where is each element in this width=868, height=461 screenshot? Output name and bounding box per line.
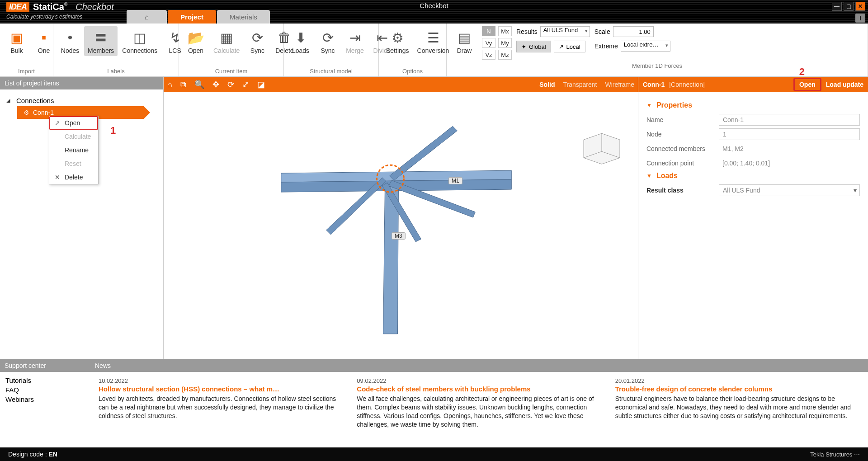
ctx-calculate[interactable]: Calculate: [49, 130, 98, 143]
title-bar: IDEA StatiCa® Checkbot Calculate yesterd…: [0, 0, 868, 24]
force-mz[interactable]: Mz: [498, 50, 512, 60]
force-mx[interactable]: Mx: [498, 26, 512, 36]
loads-resultclass-dropdown[interactable]: All ULS Fund: [719, 184, 860, 196]
right-panel-header: Conn-1 [Connection] Open Load update 2: [638, 77, 868, 92]
results-dropdown[interactable]: All ULS Fund: [540, 26, 590, 37]
group-structural-label: Structural model: [284, 68, 378, 76]
labels-members-button[interactable]: 〓Members: [84, 26, 118, 56]
link-tutorials[interactable]: Tutorials: [5, 376, 85, 384]
mode-transparent[interactable]: Transparent: [563, 81, 597, 88]
brand-text: StatiCa®: [33, 2, 67, 12]
rp-title: Conn-1: [643, 81, 665, 88]
scale-label: Scale: [594, 28, 610, 35]
settings-icon: ⚙: [388, 28, 407, 47]
ctx-rename[interactable]: Rename: [49, 143, 98, 157]
status-source: Tekla Structures ⋯: [810, 451, 860, 458]
tab-materials[interactable]: Materials: [217, 10, 270, 24]
draw-icon: ▤: [455, 28, 474, 47]
mode-wireframe[interactable]: Wireframe: [605, 81, 634, 88]
member-tag-m1: M1: [448, 177, 462, 184]
prop-node-value[interactable]: 1: [719, 128, 860, 140]
struct-merge-button[interactable]: ⇥Merge: [342, 26, 368, 56]
news-date: 10.02.2022: [99, 377, 343, 384]
window-title: Checkbot: [420, 2, 448, 9]
tab-home[interactable]: ⌂: [127, 10, 167, 24]
news-panel: News 10.02.2022 Hollow structural sectio…: [90, 359, 868, 447]
scene-3d[interactable]: M1 M3: [164, 92, 638, 359]
news-item[interactable]: 20.01.2022 Trouble-free design of concre…: [615, 377, 860, 442]
section-properties[interactable]: ▼Properties: [646, 101, 860, 109]
perspective-icon[interactable]: ◪: [257, 80, 265, 89]
force-vy[interactable]: Vy: [482, 38, 495, 48]
local-button[interactable]: ↗Local: [554, 41, 585, 52]
link-faq[interactable]: FAQ: [5, 386, 85, 394]
current-calculate-button[interactable]: ▦Calculate: [210, 26, 243, 56]
brand-logo: IDEA: [6, 2, 29, 12]
global-icon: ✦: [521, 43, 526, 50]
connections-icon: ◫: [130, 28, 149, 47]
rp-load-update-button[interactable]: Load update: [826, 81, 863, 88]
import-bulk-button[interactable]: ▣Bulk: [4, 26, 30, 56]
labels-connections-button[interactable]: ◫Connections: [118, 26, 161, 56]
close-button[interactable]: ✕: [855, 2, 865, 11]
bulk-icon: ▣: [7, 28, 26, 47]
news-body: Loved by architects, dreaded by manufact…: [99, 395, 343, 420]
struct-loads-button[interactable]: ⬇Loads: [288, 26, 314, 56]
force-vz[interactable]: Vz: [482, 50, 495, 60]
extreme-dropdown[interactable]: Local extre…: [621, 41, 670, 52]
force-n[interactable]: N: [482, 26, 495, 36]
gear-icon: ⚙: [24, 109, 29, 116]
prop-cp-label: Connection point: [646, 160, 719, 167]
scale-input[interactable]: [613, 26, 654, 37]
prop-name-label: Name: [646, 116, 719, 123]
link-webinars[interactable]: Webinars: [5, 395, 85, 403]
fit-icon[interactable]: ⤢: [242, 80, 249, 89]
section-loads[interactable]: ▼Loads: [646, 172, 860, 180]
force-component-grid: NMx VyMy VzMz: [482, 26, 512, 60]
ctx-delete[interactable]: ✕Delete: [49, 170, 98, 184]
group-options-label: Options: [379, 68, 446, 76]
options-settings-button[interactable]: ⚙Settings: [382, 26, 413, 56]
pan-icon[interactable]: ✥: [212, 80, 219, 89]
nodes-icon: •: [61, 28, 80, 47]
rp-type: [Connection]: [669, 81, 705, 88]
open-icon: ↗: [54, 119, 61, 127]
zoom-region-icon[interactable]: ⧉: [180, 80, 186, 89]
tree-connections-node[interactable]: ◢Connections: [4, 95, 160, 106]
maximize-button[interactable]: ▢: [844, 2, 854, 11]
tab-project[interactable]: Project: [168, 10, 216, 24]
home-view-icon[interactable]: ⌂: [167, 80, 172, 89]
minimize-button[interactable]: —: [832, 2, 842, 11]
news-item[interactable]: 10.02.2022 Hollow structural section (HS…: [99, 377, 343, 442]
calculate-icon: ▦: [217, 28, 236, 47]
zoom-icon[interactable]: 🔍: [194, 80, 204, 89]
design-code-label: Design code :: [8, 451, 47, 458]
labels-nodes-button[interactable]: •Nodes: [57, 26, 83, 56]
news-title: Trouble-free design of concrete slender …: [615, 385, 860, 393]
extreme-label: Extreme: [594, 42, 618, 50]
left-panel: List of project items ◢Connections ⚙Conn…: [0, 77, 164, 359]
chevron-down-icon: ▼: [646, 173, 652, 179]
ctx-open[interactable]: ↗Open: [49, 116, 98, 130]
support-panel: Support center Tutorials FAQ Webinars: [0, 359, 90, 447]
ctx-reset[interactable]: Reset: [49, 157, 98, 170]
viewport-toolbar: ⌂ ⧉ 🔍 ✥ ⟳ ⤢ ◪ Solid Transparent Wirefram…: [164, 77, 638, 92]
news-header: News: [90, 359, 868, 372]
mode-solid[interactable]: Solid: [539, 81, 555, 88]
struct-sync-button[interactable]: ⟳Sync: [315, 26, 341, 56]
delete-icon: ✕: [54, 174, 61, 181]
ribbon: ▣Bulk ▪One Import •Nodes 〓Members ◫Conne…: [0, 24, 868, 77]
news-date: 20.01.2022: [615, 377, 860, 384]
force-my[interactable]: My: [498, 38, 512, 48]
news-item[interactable]: 09.02.2022 Code-check of steel members w…: [357, 377, 601, 442]
rp-open-button[interactable]: Open: [793, 78, 821, 91]
info-button[interactable]: i: [855, 14, 865, 23]
prop-name-value[interactable]: Conn-1: [719, 114, 860, 126]
current-sync-button[interactable]: ⟳Sync: [244, 26, 270, 56]
global-button[interactable]: ✦Global: [516, 41, 551, 52]
annotation-2: 2: [799, 66, 805, 78]
loads-resultclass-label: Result class: [646, 187, 719, 194]
forces-draw-button[interactable]: ▤Draw: [451, 26, 477, 56]
rotate-icon[interactable]: ⟳: [227, 80, 234, 89]
current-open-button[interactable]: 📂Open: [183, 26, 209, 56]
